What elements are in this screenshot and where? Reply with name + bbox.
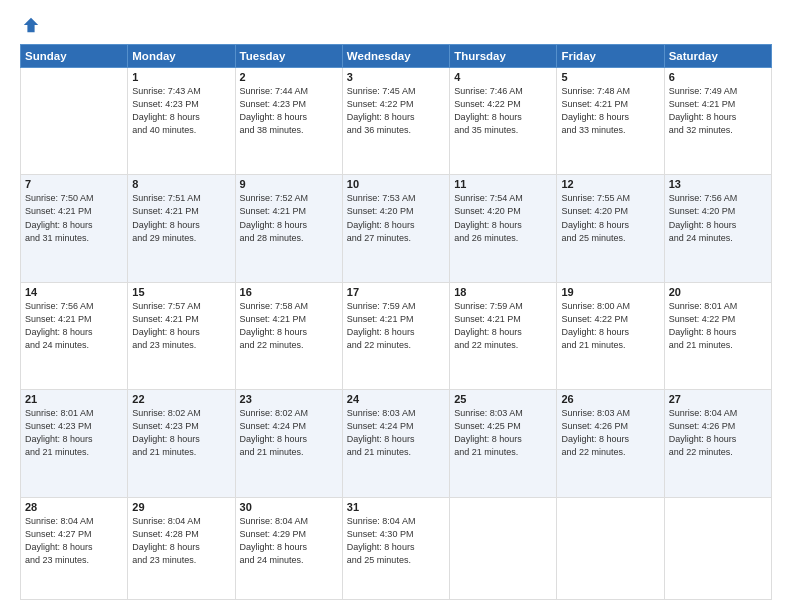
- day-number: 23: [240, 393, 338, 405]
- calendar-cell: 9Sunrise: 7:52 AM Sunset: 4:21 PM Daylig…: [235, 175, 342, 282]
- calendar-cell: 2Sunrise: 7:44 AM Sunset: 4:23 PM Daylig…: [235, 68, 342, 175]
- calendar-week-5: 28Sunrise: 8:04 AM Sunset: 4:27 PM Dayli…: [21, 497, 772, 599]
- calendar-cell: 7Sunrise: 7:50 AM Sunset: 4:21 PM Daylig…: [21, 175, 128, 282]
- day-info: Sunrise: 7:48 AM Sunset: 4:21 PM Dayligh…: [561, 85, 659, 137]
- day-number: 5: [561, 71, 659, 83]
- calendar-cell: [664, 497, 771, 599]
- day-info: Sunrise: 7:56 AM Sunset: 4:20 PM Dayligh…: [669, 192, 767, 244]
- day-number: 27: [669, 393, 767, 405]
- day-number: 11: [454, 178, 552, 190]
- day-info: Sunrise: 7:43 AM Sunset: 4:23 PM Dayligh…: [132, 85, 230, 137]
- calendar-cell: 28Sunrise: 8:04 AM Sunset: 4:27 PM Dayli…: [21, 497, 128, 599]
- day-info: Sunrise: 8:04 AM Sunset: 4:29 PM Dayligh…: [240, 515, 338, 567]
- calendar-table: SundayMondayTuesdayWednesdayThursdayFrid…: [20, 44, 772, 600]
- day-number: 13: [669, 178, 767, 190]
- day-info: Sunrise: 7:53 AM Sunset: 4:20 PM Dayligh…: [347, 192, 445, 244]
- day-info: Sunrise: 8:04 AM Sunset: 4:30 PM Dayligh…: [347, 515, 445, 567]
- day-number: 19: [561, 286, 659, 298]
- day-number: 1: [132, 71, 230, 83]
- day-info: Sunrise: 7:50 AM Sunset: 4:21 PM Dayligh…: [25, 192, 123, 244]
- day-info: Sunrise: 7:46 AM Sunset: 4:22 PM Dayligh…: [454, 85, 552, 137]
- day-info: Sunrise: 7:44 AM Sunset: 4:23 PM Dayligh…: [240, 85, 338, 137]
- calendar-cell: [557, 497, 664, 599]
- calendar-cell: 31Sunrise: 8:04 AM Sunset: 4:30 PM Dayli…: [342, 497, 449, 599]
- day-info: Sunrise: 8:03 AM Sunset: 4:24 PM Dayligh…: [347, 407, 445, 459]
- day-info: Sunrise: 8:04 AM Sunset: 4:27 PM Dayligh…: [25, 515, 123, 567]
- calendar-cell: 21Sunrise: 8:01 AM Sunset: 4:23 PM Dayli…: [21, 390, 128, 497]
- calendar-cell: 8Sunrise: 7:51 AM Sunset: 4:21 PM Daylig…: [128, 175, 235, 282]
- day-info: Sunrise: 8:04 AM Sunset: 4:26 PM Dayligh…: [669, 407, 767, 459]
- day-info: Sunrise: 8:02 AM Sunset: 4:24 PM Dayligh…: [240, 407, 338, 459]
- day-number: 12: [561, 178, 659, 190]
- col-header-wednesday: Wednesday: [342, 45, 449, 68]
- calendar-cell: 5Sunrise: 7:48 AM Sunset: 4:21 PM Daylig…: [557, 68, 664, 175]
- day-number: 3: [347, 71, 445, 83]
- day-info: Sunrise: 8:00 AM Sunset: 4:22 PM Dayligh…: [561, 300, 659, 352]
- day-info: Sunrise: 7:57 AM Sunset: 4:21 PM Dayligh…: [132, 300, 230, 352]
- calendar-cell: 11Sunrise: 7:54 AM Sunset: 4:20 PM Dayli…: [450, 175, 557, 282]
- calendar-cell: 26Sunrise: 8:03 AM Sunset: 4:26 PM Dayli…: [557, 390, 664, 497]
- day-number: 25: [454, 393, 552, 405]
- calendar-cell: 12Sunrise: 7:55 AM Sunset: 4:20 PM Dayli…: [557, 175, 664, 282]
- day-number: 8: [132, 178, 230, 190]
- day-number: 22: [132, 393, 230, 405]
- day-info: Sunrise: 7:49 AM Sunset: 4:21 PM Dayligh…: [669, 85, 767, 137]
- col-header-sunday: Sunday: [21, 45, 128, 68]
- day-number: 29: [132, 501, 230, 513]
- calendar-cell: 30Sunrise: 8:04 AM Sunset: 4:29 PM Dayli…: [235, 497, 342, 599]
- day-number: 4: [454, 71, 552, 83]
- calendar-cell: 18Sunrise: 7:59 AM Sunset: 4:21 PM Dayli…: [450, 282, 557, 389]
- calendar-cell: 15Sunrise: 7:57 AM Sunset: 4:21 PM Dayli…: [128, 282, 235, 389]
- col-header-tuesday: Tuesday: [235, 45, 342, 68]
- svg-marker-0: [24, 18, 38, 32]
- calendar-cell: 6Sunrise: 7:49 AM Sunset: 4:21 PM Daylig…: [664, 68, 771, 175]
- calendar-cell: 23Sunrise: 8:02 AM Sunset: 4:24 PM Dayli…: [235, 390, 342, 497]
- day-info: Sunrise: 7:54 AM Sunset: 4:20 PM Dayligh…: [454, 192, 552, 244]
- page: SundayMondayTuesdayWednesdayThursdayFrid…: [0, 0, 792, 612]
- day-number: 20: [669, 286, 767, 298]
- calendar-cell: 27Sunrise: 8:04 AM Sunset: 4:26 PM Dayli…: [664, 390, 771, 497]
- col-header-thursday: Thursday: [450, 45, 557, 68]
- day-info: Sunrise: 8:01 AM Sunset: 4:22 PM Dayligh…: [669, 300, 767, 352]
- calendar-cell: 16Sunrise: 7:58 AM Sunset: 4:21 PM Dayli…: [235, 282, 342, 389]
- calendar-week-3: 14Sunrise: 7:56 AM Sunset: 4:21 PM Dayli…: [21, 282, 772, 389]
- col-header-saturday: Saturday: [664, 45, 771, 68]
- calendar-cell: 17Sunrise: 7:59 AM Sunset: 4:21 PM Dayli…: [342, 282, 449, 389]
- day-number: 31: [347, 501, 445, 513]
- day-info: Sunrise: 7:56 AM Sunset: 4:21 PM Dayligh…: [25, 300, 123, 352]
- day-number: 17: [347, 286, 445, 298]
- calendar-cell: [21, 68, 128, 175]
- day-info: Sunrise: 7:59 AM Sunset: 4:21 PM Dayligh…: [347, 300, 445, 352]
- calendar-cell: 29Sunrise: 8:04 AM Sunset: 4:28 PM Dayli…: [128, 497, 235, 599]
- day-number: 14: [25, 286, 123, 298]
- col-header-monday: Monday: [128, 45, 235, 68]
- day-info: Sunrise: 8:04 AM Sunset: 4:28 PM Dayligh…: [132, 515, 230, 567]
- day-number: 28: [25, 501, 123, 513]
- calendar-cell: 1Sunrise: 7:43 AM Sunset: 4:23 PM Daylig…: [128, 68, 235, 175]
- logo: [20, 18, 40, 34]
- day-info: Sunrise: 7:51 AM Sunset: 4:21 PM Dayligh…: [132, 192, 230, 244]
- day-number: 9: [240, 178, 338, 190]
- day-number: 15: [132, 286, 230, 298]
- calendar-cell: 25Sunrise: 8:03 AM Sunset: 4:25 PM Dayli…: [450, 390, 557, 497]
- header-row: SundayMondayTuesdayWednesdayThursdayFrid…: [21, 45, 772, 68]
- day-info: Sunrise: 7:55 AM Sunset: 4:20 PM Dayligh…: [561, 192, 659, 244]
- day-number: 26: [561, 393, 659, 405]
- col-header-friday: Friday: [557, 45, 664, 68]
- day-info: Sunrise: 8:03 AM Sunset: 4:25 PM Dayligh…: [454, 407, 552, 459]
- calendar-cell: 4Sunrise: 7:46 AM Sunset: 4:22 PM Daylig…: [450, 68, 557, 175]
- day-info: Sunrise: 8:01 AM Sunset: 4:23 PM Dayligh…: [25, 407, 123, 459]
- day-number: 6: [669, 71, 767, 83]
- day-number: 24: [347, 393, 445, 405]
- day-number: 30: [240, 501, 338, 513]
- logo-icon: [22, 16, 40, 34]
- header: [20, 18, 772, 34]
- calendar-week-2: 7Sunrise: 7:50 AM Sunset: 4:21 PM Daylig…: [21, 175, 772, 282]
- calendar-cell: 3Sunrise: 7:45 AM Sunset: 4:22 PM Daylig…: [342, 68, 449, 175]
- calendar-cell: [450, 497, 557, 599]
- calendar-cell: 20Sunrise: 8:01 AM Sunset: 4:22 PM Dayli…: [664, 282, 771, 389]
- calendar-cell: 14Sunrise: 7:56 AM Sunset: 4:21 PM Dayli…: [21, 282, 128, 389]
- calendar-cell: 24Sunrise: 8:03 AM Sunset: 4:24 PM Dayli…: [342, 390, 449, 497]
- calendar-week-4: 21Sunrise: 8:01 AM Sunset: 4:23 PM Dayli…: [21, 390, 772, 497]
- day-number: 7: [25, 178, 123, 190]
